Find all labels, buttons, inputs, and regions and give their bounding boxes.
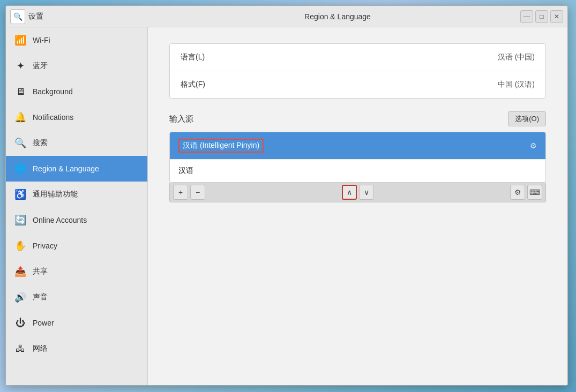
format-label: 格式(F) (181, 80, 205, 89)
sidebar-label-power: Power (33, 319, 54, 327)
app-title: 设置 (28, 12, 43, 21)
input-source-header: 输入源 选项(O) (169, 111, 546, 126)
sidebar-label-bluetooth: 蓝牙 (33, 61, 48, 71)
sidebar-item-network[interactable]: 🖧 网络 (6, 336, 147, 361)
input-item-label-1: 汉语 (178, 166, 537, 176)
titlebar-center: Region & Language (155, 12, 520, 21)
language-row: 语言(L) 汉语 (中国) (170, 44, 545, 71)
titlebar: 🔍 设置 Region & Language — □ ✕ (6, 6, 567, 27)
input-source-container: 汉语 (Intelligent Pinyin) ⚙ 汉语 + − ∧ ∨ (169, 132, 546, 202)
input-settings-button[interactable]: ⚙ (510, 185, 525, 200)
sidebar-label-wifi: Wi-Fi (33, 36, 50, 44)
notifications-icon: 🔔 (14, 111, 26, 123)
sidebar-item-power[interactable]: ⏻ Power (6, 310, 147, 336)
sidebar-item-search[interactable]: 🔍 搜索 (6, 130, 147, 156)
sidebar-label-online-accounts: Online Accounts (33, 216, 87, 224)
remove-input-button[interactable]: − (190, 185, 205, 200)
bluetooth-icon: ✦ (14, 60, 26, 72)
sidebar-item-privacy[interactable]: ✋ Privacy (6, 233, 147, 259)
input-item-0[interactable]: 汉语 (Intelligent Pinyin) ⚙ (170, 132, 545, 160)
main-window: 🔍 设置 Region & Language — □ ✕ 📶 Wi-Fi ✦ 蓝… (5, 5, 568, 386)
language-label: 语言(L) (181, 52, 205, 62)
minimize-button[interactable]: — (520, 10, 533, 23)
network-icon: 🖧 (14, 343, 26, 355)
language-value: 汉语 (中国) (498, 52, 535, 62)
window-body: 📶 Wi-Fi ✦ 蓝牙 🖥 Background 🔔 Notification… (6, 27, 567, 385)
input-item-gear-icon-0[interactable]: ⚙ (530, 141, 537, 150)
add-input-button[interactable]: + (173, 185, 188, 200)
sidebar-label-sound: 声音 (33, 292, 48, 302)
sidebar-item-sound[interactable]: 🔊 声音 (6, 284, 147, 310)
input-item-1[interactable]: 汉语 (170, 160, 545, 182)
input-source-list: 汉语 (Intelligent Pinyin) ⚙ 汉语 (169, 132, 546, 183)
sidebar-item-online-accounts[interactable]: 🔄 Online Accounts (6, 207, 147, 233)
titlebar-left: 🔍 设置 (10, 9, 155, 24)
window-title: Region & Language (304, 12, 371, 21)
power-icon: ⏻ (14, 318, 26, 329)
sidebar-label-search: 搜索 (33, 138, 48, 148)
sidebar-label-sharing: 共享 (33, 267, 48, 276)
background-icon: 🖥 (14, 86, 26, 97)
input-item-text-0: 汉语 (Intelligent Pinyin) (178, 139, 264, 153)
move-down-button[interactable]: ∨ (359, 185, 374, 200)
sidebar-label-region: Region & Language (33, 164, 99, 173)
search-button[interactable]: 🔍 (10, 9, 25, 24)
search-icon: 🔍 (14, 137, 26, 149)
sidebar-label-accessibility: 通用辅助功能 (33, 190, 78, 199)
sidebar-label-privacy: Privacy (33, 242, 57, 250)
options-button[interactable]: 选项(O) (508, 111, 546, 126)
sidebar-label-notifications: Notifications (33, 113, 73, 122)
sidebar-label-network: 网络 (33, 344, 48, 353)
input-item-label-0: 汉语 (Intelligent Pinyin) (178, 139, 530, 153)
move-up-button[interactable]: ∧ (342, 185, 357, 200)
privacy-icon: ✋ (14, 240, 26, 252)
accessibility-icon: ♿ (14, 189, 26, 200)
format-value: 中国 (汉语) (498, 80, 535, 89)
sidebar-item-accessibility[interactable]: ♿ 通用辅助功能 (6, 182, 147, 207)
sidebar-item-wifi[interactable]: 📶 Wi-Fi (6, 27, 147, 53)
sidebar-item-notifications[interactable]: 🔔 Notifications (6, 104, 147, 130)
input-source-title: 输入源 (169, 114, 193, 124)
sidebar-label-background: Background (33, 87, 73, 96)
language-format-card: 语言(L) 汉语 (中国) 格式(F) 中国 (汉语) (169, 43, 546, 99)
sound-icon: 🔊 (14, 291, 26, 303)
format-row: 格式(F) 中国 (汉语) (170, 71, 545, 98)
sidebar-item-background[interactable]: 🖥 Background (6, 79, 147, 104)
sidebar-item-sharing[interactable]: 📤 共享 (6, 259, 147, 284)
wifi-icon: 📶 (14, 34, 26, 46)
sharing-icon: 📤 (14, 266, 26, 277)
input-toolbar: + − ∧ ∨ ⚙ ⌨ (169, 183, 546, 202)
sidebar: 📶 Wi-Fi ✦ 蓝牙 🖥 Background 🔔 Notification… (6, 27, 148, 385)
online-accounts-icon: 🔄 (14, 214, 26, 226)
main-content: 语言(L) 汉语 (中国) 格式(F) 中国 (汉语) 输入源 选项(O) 汉语… (148, 27, 567, 385)
window-controls: — □ ✕ (520, 10, 563, 23)
keyboard-layout-button[interactable]: ⌨ (527, 185, 542, 200)
close-button[interactable]: ✕ (550, 10, 563, 23)
sidebar-item-region[interactable]: 🌐 Region & Language (6, 156, 147, 182)
sidebar-item-bluetooth[interactable]: ✦ 蓝牙 (6, 53, 147, 79)
maximize-button[interactable]: □ (535, 10, 548, 23)
region-icon: 🌐 (14, 163, 26, 175)
